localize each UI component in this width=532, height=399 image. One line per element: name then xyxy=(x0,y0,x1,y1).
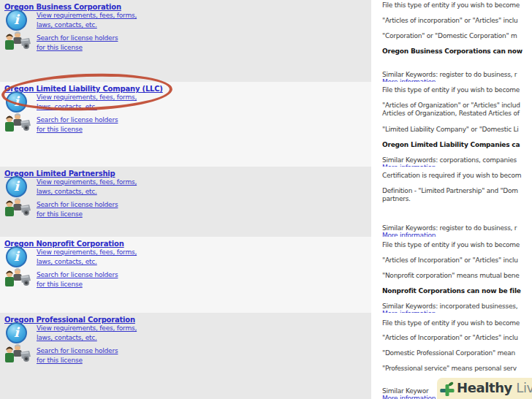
section-nonprofit-corporation: Oregon Nonprofit Corporation i View requ… xyxy=(0,237,532,313)
more-information-link[interactable]: More information. xyxy=(382,232,438,237)
license-holders-icon[interactable] xyxy=(3,267,32,286)
section-left-cell: Oregon Limited Partnership i View requir… xyxy=(0,167,371,237)
view-requirements-link[interactable]: View requirements, fees, forms,laws, con… xyxy=(37,324,137,343)
description-line: "Nonprofit corporation" means mutual ben… xyxy=(382,272,520,280)
info-icon[interactable]: i xyxy=(6,10,27,31)
search-license-holders-link[interactable]: Search for license holdersfor this licen… xyxy=(37,346,118,365)
section-description: File this type of entity if you wish to … xyxy=(371,82,532,167)
view-requirements-link[interactable]: View requirements, fees, forms,laws, con… xyxy=(37,93,137,112)
license-holders-icon[interactable] xyxy=(3,31,32,50)
info-icon[interactable]: i xyxy=(6,176,27,197)
license-holders-icon[interactable] xyxy=(3,113,32,132)
license-directory-page: Oregon Business Corporation i View requi… xyxy=(0,0,532,399)
description-line: "Corporation" or "Domestic Corporation" … xyxy=(382,32,517,40)
description-line: File this type of entity if you wish to … xyxy=(382,319,520,327)
description-line: "Articles of Incorporation" or "Articles… xyxy=(382,256,518,265)
more-information-link[interactable]: More information. xyxy=(382,395,438,399)
entity-heading-link[interactable]: Oregon Business Corporation xyxy=(4,3,121,11)
description-line: "Domestic Professional Corporation" mean xyxy=(382,349,515,357)
description-line-bold: Nonprofit Corporations can now be file xyxy=(382,287,521,295)
license-holders-icon[interactable] xyxy=(3,197,32,216)
description-line: "Professional service" means personal se… xyxy=(382,365,517,373)
entity-heading-link[interactable]: Oregon Limited Liability Company (LLC) xyxy=(4,85,163,93)
search-license-holders-link[interactable]: Search for license holdersfor this licen… xyxy=(37,34,118,53)
license-holders-icon[interactable] xyxy=(3,343,32,362)
description-line: "Articles of incorporation" or "Articles… xyxy=(382,17,518,25)
section-left-cell: Oregon Nonprofit Corporation i View requ… xyxy=(0,237,371,313)
section-left-cell: Oregon Professional Corporation i View r… xyxy=(0,313,371,399)
description-line: File this type of entity if you wish to … xyxy=(382,86,520,94)
view-requirements-link[interactable]: View requirements, fees, forms,laws, con… xyxy=(37,178,137,197)
section-llc: Oregon Limited Liability Company (LLC) i… xyxy=(0,82,532,167)
description-line: File this type of entity if you wish to … xyxy=(382,241,520,249)
section-description: File this type of entity if you wish to … xyxy=(371,0,532,82)
plus-leaf-icon xyxy=(439,381,455,399)
description-line: "Articles of Incorporation" or "Articles… xyxy=(382,334,518,342)
description-line: File this type of entity if you wish to … xyxy=(382,1,520,10)
info-icon[interactable]: i xyxy=(6,322,27,343)
info-icon[interactable]: i xyxy=(6,91,27,113)
info-icon[interactable]: i xyxy=(6,246,27,267)
section-description: File this type of entity if you wish to … xyxy=(371,237,532,313)
description-line: "Articles of Organization" or "Articles"… xyxy=(382,102,520,110)
description-line: Certification is required if you wish to… xyxy=(382,172,521,180)
section-left-cell: Oregon Limited Liability Company (LLC) i… xyxy=(0,82,371,167)
description-line: partners. xyxy=(382,195,411,203)
search-license-holders-link[interactable]: Search for license holdersfor this licen… xyxy=(37,270,118,289)
search-license-holders-link[interactable]: Search for license holdersfor this licen… xyxy=(37,115,118,134)
section-business-corporation: Oregon Business Corporation i View requi… xyxy=(0,0,532,82)
section-limited-partnership: Oregon Limited Partnership i View requir… xyxy=(0,167,532,237)
description-line-bold: Oregon Business Corporations can now xyxy=(382,48,522,56)
description-line-bold: Oregon Limited Liability Companies ca xyxy=(382,141,520,149)
entity-heading-link[interactable]: Oregon Nonprofit Corporation xyxy=(4,240,124,248)
section-left-cell: Oregon Business Corporation i View requi… xyxy=(0,0,371,82)
view-requirements-link[interactable]: View requirements, fees, forms,laws, con… xyxy=(37,248,137,267)
entity-heading-link[interactable]: Oregon Limited Partnership xyxy=(4,170,115,178)
description-line: "Limited Liability Company" or "Domestic… xyxy=(382,126,519,134)
watermark-label: Healthy Living xyxy=(457,381,532,395)
healthy-living-watermark: Healthy Living xyxy=(437,378,532,399)
description-line: Articles of Organization, Restated Artic… xyxy=(382,110,520,118)
entity-heading-link[interactable]: Oregon Professional Corporation xyxy=(4,316,135,324)
search-license-holders-link[interactable]: Search for license holdersfor this licen… xyxy=(37,200,118,219)
section-description: Certification is required if you wish to… xyxy=(371,167,532,237)
view-requirements-link[interactable]: View requirements, fees, forms,laws, con… xyxy=(37,11,137,30)
description-line: Definition - "Limited Partnership" and "… xyxy=(382,187,518,195)
